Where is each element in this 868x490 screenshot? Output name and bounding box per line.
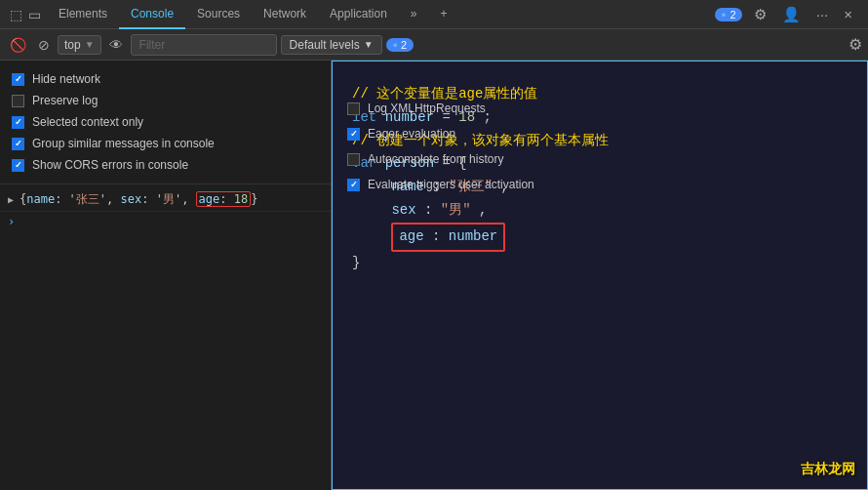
devtools-icons: ⬚ ▭ (4, 7, 47, 22)
code-prop-sex: sex (391, 202, 415, 218)
cursor-icon[interactable]: ⬚ (10, 7, 22, 22)
context-selector[interactable]: top ▼ (58, 35, 101, 55)
option-group-similar: Group similar messages in console (12, 133, 319, 154)
option-eval-triggers: Evaluate triggers user activation (347, 174, 609, 195)
tab-console[interactable]: Console (119, 0, 185, 29)
tab-right-controls: 2 ⚙ 👤 ··· × (715, 4, 864, 25)
checkbox-eval-triggers[interactable] (347, 179, 360, 191)
code-brace-close: } (352, 255, 360, 270)
label-show-cors: Show CORS errors in console (32, 158, 188, 172)
eye-icon[interactable]: 👁 (105, 35, 127, 55)
obj-text-1: {name: '张三', sex: '男', age: 18} (20, 191, 257, 208)
console-settings-icon[interactable]: ⚙ (848, 35, 862, 54)
console-row-1: ▶ {name: '张三', sex: '男', age: 18} (0, 188, 331, 212)
close-button[interactable]: × (840, 4, 856, 24)
option-selected-context: Selected context only (12, 111, 319, 133)
label-eager-eval: Eager evaluation (368, 127, 455, 141)
label-eval-triggers: Evaluate triggers user activation (368, 178, 534, 191)
code-line-7: age : number (352, 223, 848, 252)
label-log-xml: Log XMLHttpRequests (368, 102, 486, 115)
label-hide-network: Hide network (32, 72, 100, 86)
error-badge[interactable]: 2 (715, 8, 742, 21)
right-options-overlay: Log XMLHttpRequests Eager evaluation Aut… (332, 90, 624, 203)
checkbox-preserve-log[interactable] (12, 95, 24, 107)
left-panel: Hide network Preserve log Selected conte… (0, 61, 332, 490)
tab-elements[interactable]: Elements (47, 0, 119, 29)
levels-arrow: ▼ (364, 39, 374, 50)
code-line-8: } (352, 252, 848, 275)
checkbox-eager-eval[interactable] (347, 128, 360, 141)
code-prop-age: age (399, 228, 423, 244)
clear-console-button[interactable]: 🚫 (6, 35, 30, 55)
filter-input[interactable] (131, 34, 277, 56)
checkbox-show-cors[interactable] (12, 159, 24, 172)
more-button[interactable]: ··· (812, 4, 833, 24)
levels-badge[interactable]: 2 (386, 38, 414, 52)
device-icon[interactable]: ▭ (28, 7, 41, 22)
code-comma-6: , (479, 202, 487, 218)
label-autocomplete: Autocomplete from history (368, 152, 503, 166)
code-colon-7: : (432, 228, 440, 244)
context-arrow: ▼ (85, 39, 95, 50)
prompt-arrow: › (8, 215, 15, 228)
settings-button[interactable]: ⚙ (750, 4, 770, 25)
checkbox-group-similar[interactable] (12, 138, 24, 150)
option-eager-eval: Eager evaluation (347, 123, 609, 144)
person-icon[interactable]: 👤 (778, 4, 805, 25)
tab-add[interactable]: + (429, 0, 459, 29)
console-prompt[interactable]: › (0, 212, 331, 231)
option-log-xml: Log XMLHttpRequests (347, 98, 609, 119)
console-toolbar: 🚫 ⊘ top ▼ 👁 Default levels ▼ 2 ⚙ (0, 29, 868, 61)
tab-sources[interactable]: Sources (185, 0, 252, 29)
tab-application[interactable]: Application (318, 0, 399, 29)
option-preserve-log: Preserve log (12, 90, 319, 111)
console-output: ▶ {name: '张三', sex: '男', age: 18} › (0, 184, 331, 490)
option-hide-network: Hide network (12, 68, 319, 90)
age-number-highlight: age : number (391, 223, 505, 252)
block-icon[interactable]: ⊘ (34, 35, 54, 55)
code-var-number-ref: number (449, 228, 497, 244)
tab-bar: ⬚ ▭ Elements Console Sources Network App… (0, 0, 868, 29)
watermark: 吉林龙网 (801, 458, 855, 481)
context-label: top (64, 38, 81, 52)
label-selected-context: Selected context only (32, 115, 143, 129)
tab-network[interactable]: Network (252, 0, 318, 29)
levels-dropdown[interactable]: Default levels ▼ (281, 35, 382, 55)
code-val-nan: "男" (441, 202, 471, 218)
tab-overflow[interactable]: » (399, 0, 429, 29)
checkbox-hide-network[interactable] (12, 73, 24, 86)
option-autocomplete: Autocomplete from history (347, 148, 609, 170)
checkbox-autocomplete[interactable] (347, 153, 360, 166)
checkbox-log-xml[interactable] (347, 102, 360, 115)
label-group-similar: Group similar messages in console (32, 137, 215, 150)
label-preserve-log: Preserve log (32, 94, 98, 107)
left-options-top: Hide network Preserve log Selected conte… (0, 61, 331, 184)
expand-arrow[interactable]: ▶ (8, 194, 14, 205)
code-colon-6: : (424, 202, 432, 218)
checkbox-selected-context[interactable] (12, 116, 24, 129)
option-show-cors: Show CORS errors in console (12, 154, 319, 176)
